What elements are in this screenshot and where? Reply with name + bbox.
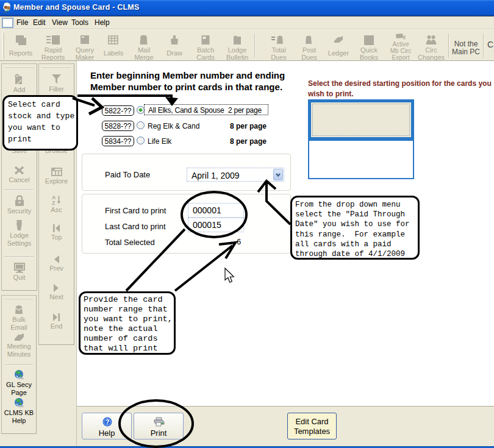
svg-text:?: ? — [106, 418, 110, 425]
svg-text:Z: Z — [52, 200, 55, 205]
